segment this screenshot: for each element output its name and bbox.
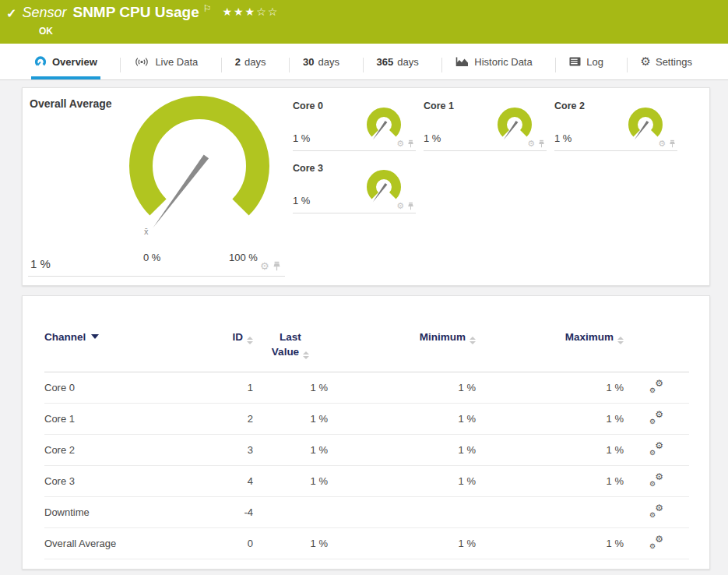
table-row: Core 1 2 1 % 1 % 1 % ⚙⚙ [44,403,689,434]
tab-label: Settings [656,56,692,68]
channel-name: Core 0 [44,372,200,403]
tab-number: 365 [377,56,394,68]
tab-label: days [244,56,266,68]
column-header-last-value[interactable]: Last Value [253,330,328,372]
tab-365-days[interactable]: 365 days [373,44,422,79]
channel-id: 0 [200,527,253,559]
channel-last-value: 1 % [253,465,328,496]
channel-settings-gears-icon[interactable]: ⚙⚙ [649,411,663,424]
pin-icon[interactable] [407,139,414,148]
core-gauge-actions: ⚙ [396,202,414,210]
column-label: ID [233,331,244,343]
gauge-max-label: 100 % [229,252,258,263]
sensor-title-row: ✓ Sensor SNMP CPU Usage ⚐ ★★★☆☆ [6,4,279,21]
gear-icon: ⚙ [641,55,651,69]
column-label: Minimum [420,331,466,343]
core-gauge-actions: ⚙ [396,139,414,148]
column-label: Last Value [272,331,301,358]
object-kind-label: Sensor [22,5,66,21]
gear-icon[interactable]: ⚙ [260,261,269,271]
overall-gauge-actions: ⚙ [260,261,281,271]
tab-historic-data[interactable]: Historic Data [452,44,535,79]
tab-label: days [397,56,418,68]
svg-text:x̄: x̄ [144,227,149,236]
channel-settings-gears-icon[interactable]: ⚙⚙ [649,474,663,486]
gauge-min-label: 0 % [143,252,160,263]
priority-star-rating[interactable]: ★★★☆☆ [222,5,279,18]
channel-settings-gears-icon[interactable]: ⚙⚙ [649,536,663,549]
column-header-minimum[interactable]: Minimum [328,330,476,372]
channel-minimum: 1 % [328,527,476,559]
overall-average-title: Overall Average [30,97,112,110]
priority-flag-icon[interactable]: ⚐ [203,3,212,14]
channels-table: Channel ID Last Value Minimum Maximum [44,330,689,559]
channel-last-value: 1 % [253,403,328,434]
table-row: Core 2 3 1 % 1 % 1 % ⚙⚙ [44,434,689,465]
gear-icon[interactable]: ⚙ [658,139,666,148]
sort-arrows-icon [470,337,476,344]
sensor-overview-page: ✓ Sensor SNMP CPU Usage ⚐ ★★★☆☆ OK Overv… [0,0,728,575]
tab-log[interactable]: Log [565,44,607,79]
channel-minimum: 1 % [328,434,476,465]
core-value: 1 % [293,132,310,144]
tab-overview[interactable]: Overview [31,44,100,79]
core-value: 1 % [293,195,310,206]
channel-id: 2 [200,403,253,434]
channel-minimum: 1 % [328,372,476,403]
column-label: Maximum [565,331,614,343]
gauge-icon [34,56,47,68]
core-value: 1 % [554,132,571,144]
tab-bar: Overview Live Data 2 days 30 days 365 [0,44,728,80]
gear-icon[interactable]: ⚙ [396,139,404,148]
channel-name: Core 2 [44,434,200,465]
pin-icon[interactable] [273,261,281,271]
core-value: 1 % [424,132,441,144]
channel-settings-gears-icon[interactable]: ⚙⚙ [649,505,663,517]
table-header-row: Channel ID Last Value Minimum Maximum [44,330,689,372]
column-header-channel[interactable]: Channel [44,330,200,372]
pin-icon[interactable] [669,139,676,148]
channel-minimum: 1 % [328,465,476,496]
status-ok-check-icon: ✓ [6,6,16,21]
channel-maximum: 1 % [476,403,624,434]
channel-id: 1 [200,372,253,403]
channel-settings-gears-icon[interactable]: ⚙⚙ [649,443,663,455]
sort-arrows-icon [303,351,309,359]
channel-settings-gears-icon[interactable]: ⚙⚙ [649,380,663,393]
core-label: Core 1 [424,101,454,111]
broadcast-icon [134,57,149,67]
gear-icon[interactable]: ⚙ [527,139,535,148]
tab-live-data[interactable]: Live Data [130,44,201,79]
channel-maximum: 1 % [476,527,624,559]
gauges-panel: Overall Average x̄ 0 % 100 % 1 % ⚙ [22,87,710,286]
core-label: Core 2 [554,101,585,111]
pin-icon[interactable] [538,139,545,148]
tab-label: Overview [52,56,97,68]
tab-settings[interactable]: ⚙ Settings [637,44,695,79]
channel-maximum [476,496,624,527]
tab-2-days[interactable]: 2 days [231,44,269,79]
column-header-maximum[interactable]: Maximum [476,330,624,372]
channels-table-panel: Channel ID Last Value Minimum Maximum [22,295,710,570]
channel-last-value: 1 % [253,434,328,465]
channel-maximum: 1 % [476,434,624,465]
core-label: Core 0 [293,101,323,111]
channel-id: 4 [200,465,253,496]
channel-name: Core 1 [44,403,200,434]
channel-last-value: 1 % [253,372,328,403]
channel-last-value: 1 % [253,527,328,559]
tab-label: Live Data [155,56,198,68]
pin-icon[interactable] [407,202,414,210]
tab-label: Historic Data [474,56,532,68]
table-row: Core 3 4 1 % 1 % 1 % ⚙⚙ [44,465,689,496]
channel-maximum: 1 % [476,465,624,496]
channel-id: 3 [200,434,253,465]
overall-average-value: 1 % [30,257,51,270]
core-3-gauge-cell: Core 3 1 % ⚙ [293,159,416,213]
column-header-id[interactable]: ID [200,330,253,372]
table-row: Downtime -4 ⚙⚙ [44,496,689,527]
tab-label: Log [586,56,603,68]
gear-icon[interactable]: ⚙ [396,202,404,210]
channel-name: Core 3 [44,465,200,496]
tab-30-days[interactable]: 30 days [299,44,343,79]
